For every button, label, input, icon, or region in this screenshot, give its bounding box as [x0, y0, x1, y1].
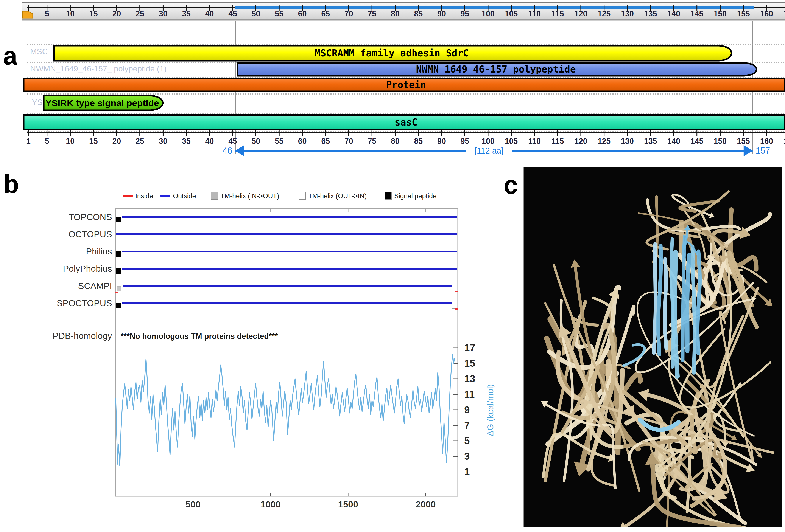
dotted-separator [98, 44, 99, 45]
dotted-separator [58, 113, 59, 114]
dotted-separator [660, 44, 661, 45]
dotted-separator [447, 44, 448, 45]
dotted-separator [245, 44, 246, 45]
dotted-separator [454, 113, 455, 114]
dotted-separator [560, 44, 561, 45]
dotted-separator [397, 131, 398, 132]
dotted-separator [39, 94, 40, 95]
dotted-separator [65, 113, 66, 114]
dotted-separator [371, 44, 372, 45]
dotted-separator [96, 113, 97, 114]
dotted-separator [91, 44, 92, 45]
dotted-separator [719, 94, 720, 95]
dotted-separator [129, 44, 130, 45]
dotted-separator [164, 44, 166, 45]
dotted-separator [191, 113, 192, 114]
dotted-separator [278, 113, 279, 114]
dotted-separator [778, 44, 779, 45]
dotted-separator [115, 44, 116, 45]
dotted-separator [191, 61, 192, 63]
dotted-separator [551, 131, 552, 132]
bottom-ruler-tick [487, 131, 488, 136]
dotted-separator [150, 44, 151, 45]
dotted-separator [326, 94, 327, 95]
dotted-separator [638, 44, 640, 45]
dotted-separator [293, 131, 294, 132]
dotted-separator [525, 44, 526, 45]
dotted-separator [745, 131, 746, 132]
dotted-separator [105, 113, 106, 114]
dotted-separator [435, 113, 436, 114]
dotted-separator [262, 113, 263, 114]
dotted-separator [333, 113, 334, 114]
dotted-separator [264, 94, 265, 95]
top-ruler-number: 115 [552, 9, 564, 18]
dotted-separator [138, 61, 140, 63]
dotted-separator [769, 131, 770, 132]
dotted-separator [657, 44, 659, 45]
dotted-separator [691, 131, 692, 132]
dotted-separator [456, 131, 457, 132]
dotted-separator [112, 94, 113, 95]
dotted-separator [672, 131, 673, 132]
dotted-separator [591, 113, 592, 114]
dotted-separator [79, 44, 80, 45]
dotted-separator [342, 113, 344, 114]
dotted-separator [134, 131, 135, 132]
dotted-separator [714, 44, 715, 45]
top-ruler-selected-region[interactable] [235, 6, 754, 9]
dotted-separator [586, 131, 587, 132]
dotted-separator [376, 113, 377, 114]
dotted-separator [176, 131, 178, 132]
dotted-separator [520, 131, 521, 132]
dotted-separator [475, 94, 476, 95]
dotted-separator [172, 113, 173, 114]
dotted-separator [183, 44, 185, 45]
dotted-separator [183, 61, 185, 63]
dotted-separator [349, 131, 351, 132]
dotted-separator [551, 94, 552, 95]
dotted-separator [530, 131, 531, 132]
dotted-separator [259, 44, 260, 45]
dotted-separator [219, 113, 220, 114]
dotted-separator [418, 113, 419, 114]
dotted-separator [255, 113, 256, 114]
dotted-separator [669, 44, 670, 45]
dotted-separator [373, 131, 374, 132]
bottom-ruler-tick [232, 131, 233, 136]
dotted-separator [179, 61, 180, 63]
dotted-separator [541, 44, 542, 45]
top-ruler-number: 165 [783, 9, 785, 18]
dotted-separator [717, 94, 718, 95]
dotted-separator [328, 131, 329, 132]
dotted-separator [579, 94, 580, 95]
dotted-separator [418, 94, 419, 95]
dotted-separator [217, 61, 218, 63]
dotted-separator [520, 94, 521, 95]
legend-swatch-4 [385, 192, 391, 200]
dotted-separator [378, 113, 379, 114]
dotted-separator [300, 131, 301, 132]
dotted-separator [468, 94, 469, 95]
dotted-separator [612, 44, 613, 45]
dotted-separator [29, 131, 31, 132]
inside-end-marker [455, 291, 458, 292]
dotted-separator [558, 94, 559, 95]
dotted-separator [141, 94, 142, 95]
dotted-separator [70, 44, 71, 45]
dotted-separator [399, 94, 400, 95]
dotted-separator [748, 61, 749, 63]
dotted-separator [695, 44, 697, 45]
dotted-separator [567, 113, 568, 114]
dotted-separator [655, 113, 656, 114]
dotted-separator [641, 113, 642, 114]
dotted-separator [340, 131, 341, 132]
dotted-separator [134, 113, 135, 114]
dotted-separator [51, 44, 52, 45]
dotted-separator [44, 44, 45, 45]
dotted-separator [136, 113, 137, 114]
dotted-separator [463, 131, 464, 132]
dotted-separator [143, 61, 144, 63]
dotted-separator [238, 113, 239, 114]
dotted-separator [124, 61, 125, 63]
